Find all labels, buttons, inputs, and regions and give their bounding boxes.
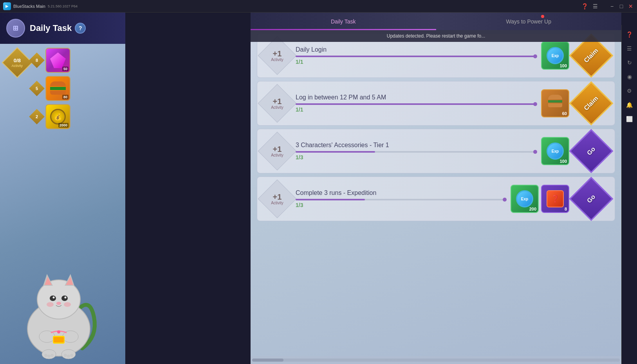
svg-point-25 bbox=[51, 354, 54, 357]
task-progress-dot bbox=[533, 54, 537, 58]
activity-badge-text: +1 Activity bbox=[271, 97, 283, 110]
task-row: +1 Activity Log in between 12 PM and 5 A… bbox=[257, 81, 615, 126]
reward-icon-mystery: ❓ 8 bbox=[541, 185, 569, 213]
burger-reward-img bbox=[547, 95, 564, 112]
app-logo: ▶ bbox=[3, 2, 11, 10]
reward-icon-burger: 80 bbox=[45, 76, 70, 101]
task-rewards: 60 bbox=[541, 89, 569, 117]
task-info: Daily Login 1/1 bbox=[296, 46, 536, 65]
reward-icon-exp: Exp 100 bbox=[541, 41, 569, 70]
task-progress-text: 1/1 bbox=[296, 59, 536, 65]
left-sidebar: Daily Task ? 0/8 Activity 8 bbox=[0, 13, 125, 364]
svg-point-23 bbox=[44, 354, 47, 357]
activity-badge-text: +1 Activity bbox=[271, 193, 283, 205]
minimize-button[interactable]: − bbox=[609, 3, 615, 9]
svg-point-12 bbox=[65, 297, 67, 299]
activity-badge: 0/8 Activity bbox=[2, 47, 32, 78]
right-sidebar: ❓ ☰ ↻ ◉ ⚙ 🔔 ⬜ bbox=[621, 25, 637, 364]
svg-point-11 bbox=[53, 297, 55, 299]
help-button[interactable]: ? bbox=[75, 23, 86, 34]
svg-point-15 bbox=[64, 302, 71, 307]
tab-daily-task[interactable]: Daily Task bbox=[251, 13, 436, 30]
task-rewards: Exp 100 bbox=[541, 137, 569, 165]
task-progress-fill bbox=[296, 199, 365, 200]
task-rewards: Exp 100 bbox=[541, 41, 569, 70]
reward-icon-burger: 60 bbox=[541, 89, 569, 117]
task-name: Log in between 12 PM and 5 AM bbox=[296, 94, 536, 101]
task-list: +1 Activity Daily Login 1/1 Exp bbox=[251, 30, 621, 356]
claim-button[interactable]: Claim bbox=[574, 86, 608, 121]
svg-point-26 bbox=[64, 354, 67, 357]
maximize-button[interactable]: □ bbox=[618, 3, 624, 9]
update-message: Updates detected. Please restart the gam… bbox=[387, 33, 485, 39]
svg-point-10 bbox=[61, 296, 68, 301]
task-progress-bar bbox=[296, 151, 536, 153]
tab-ways-to-power-up[interactable]: Ways to Power Up bbox=[436, 13, 622, 30]
task-name: Complete 3 runs - Expedition bbox=[296, 189, 506, 196]
reward-items: 8 50 5 80 bbox=[31, 48, 70, 129]
task-rewards: Exp 200 ❓ 8 bbox=[511, 185, 569, 213]
reward-item-burger: 5 80 bbox=[31, 76, 70, 101]
svg-point-20 bbox=[57, 330, 60, 333]
exp-icon: Exp bbox=[547, 142, 564, 160]
page-title: Daily Task bbox=[30, 23, 72, 33]
task-activity-badge: +1 Activity bbox=[263, 185, 291, 213]
task-progress-dot bbox=[533, 150, 537, 154]
svg-point-13 bbox=[56, 302, 61, 305]
activity-badge-inner: 0/8 Activity bbox=[12, 58, 23, 67]
sidebar-icon-7[interactable]: ⬜ bbox=[623, 113, 636, 125]
activity-count: 0/8 bbox=[12, 58, 23, 63]
task-progress-dot bbox=[533, 102, 537, 106]
task-progress-fill bbox=[296, 103, 536, 105]
sidebar-icon-3[interactable]: ↻ bbox=[623, 56, 636, 69]
help-icon[interactable]: ❓ bbox=[581, 3, 588, 9]
sidebar-icon-1[interactable]: ❓ bbox=[623, 28, 636, 41]
reward-icon-coin: 💰 2000 bbox=[45, 104, 70, 129]
activity-tracker: 0/8 Activity bbox=[6, 52, 28, 74]
task-activity-badge: +1 Activity bbox=[263, 42, 291, 69]
character-svg bbox=[12, 239, 114, 364]
task-progress-bar bbox=[296, 56, 536, 57]
svg-point-24 bbox=[47, 355, 51, 358]
task-progress-fill bbox=[296, 151, 375, 153]
reward-icon-exp: Exp 200 bbox=[511, 185, 539, 213]
close-button[interactable]: ✕ bbox=[628, 3, 634, 9]
exp-icon: Exp bbox=[516, 190, 533, 207]
back-button[interactable] bbox=[6, 19, 25, 38]
task-info: Complete 3 runs - Expedition 1/3 bbox=[296, 189, 506, 208]
scroll-track bbox=[252, 359, 620, 362]
reward-icon-gem: 50 bbox=[45, 48, 70, 73]
sidebar-icon-6[interactable]: 🔔 bbox=[623, 99, 636, 111]
go-button[interactable]: Go bbox=[574, 182, 608, 216]
menu-icon[interactable]: ☰ bbox=[593, 3, 598, 9]
claim-button[interactable]: Claim bbox=[574, 38, 608, 73]
task-row: +1 Activity 3 Characters' Accessories - … bbox=[257, 129, 615, 173]
task-progress-bar bbox=[296, 103, 536, 105]
update-banner: Updates detected. Please restart the gam… bbox=[251, 30, 621, 42]
task-activity-badge: +1 Activity bbox=[263, 137, 291, 165]
reward-item-gem: 8 50 bbox=[31, 48, 70, 73]
go-button[interactable]: Go bbox=[574, 134, 608, 168]
sidebar-icon-2[interactable]: ☰ bbox=[623, 42, 636, 55]
task-progress-dot bbox=[503, 198, 507, 202]
exp-icon: Exp bbox=[547, 47, 564, 64]
tab-notification-dot bbox=[541, 15, 544, 18]
task-info: Log in between 12 PM and 5 AM 1/1 bbox=[296, 94, 536, 113]
sidebar-icon-5[interactable]: ⚙ bbox=[623, 85, 636, 97]
reward-icon-exp: Exp 100 bbox=[541, 137, 569, 165]
reward-item-coin: 2 💰 2000 bbox=[31, 104, 70, 129]
task-activity-badge: +1 Activity bbox=[263, 90, 291, 117]
sidebar-icon-4[interactable]: ◉ bbox=[623, 70, 636, 83]
svg-point-9 bbox=[50, 296, 56, 301]
task-row: +1 Activity Complete 3 runs - Expedition… bbox=[257, 177, 615, 221]
activity-badge-text: +1 Activity bbox=[271, 145, 283, 157]
task-info: 3 Characters' Accessories - Tier 1 1/3 bbox=[296, 142, 536, 160]
scroll-thumb[interactable] bbox=[252, 359, 283, 362]
back-icon bbox=[9, 22, 22, 34]
mystery-box-img: ❓ bbox=[547, 190, 564, 207]
task-progress-text: 1/3 bbox=[296, 202, 506, 208]
main-container: Daily Task ? 0/8 Activity 8 bbox=[0, 13, 637, 364]
scrollbar[interactable] bbox=[251, 356, 621, 364]
content-area: Daily Task Ways to Power Up Updates dete… bbox=[251, 13, 621, 364]
app-header: Daily Task ? bbox=[0, 13, 125, 44]
